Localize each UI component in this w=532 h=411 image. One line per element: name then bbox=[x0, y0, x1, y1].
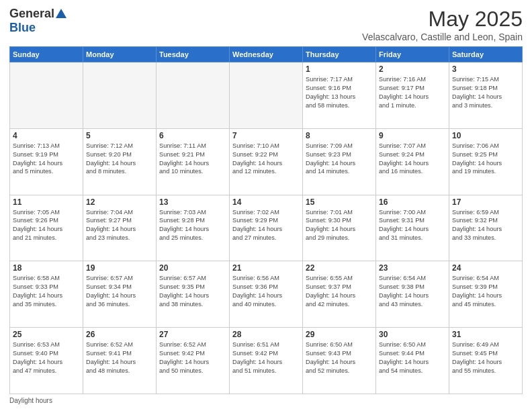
day-number: 22 bbox=[306, 263, 373, 273]
day-number: 2 bbox=[379, 64, 446, 74]
day-info: Sunrise: 7:10 AM Sunset: 9:22 PM Dayligh… bbox=[232, 142, 300, 177]
calendar-cell bbox=[157, 62, 230, 129]
day-info: Sunrise: 6:50 AM Sunset: 9:44 PM Dayligh… bbox=[379, 340, 446, 375]
header: General Blue May 2025 Velascalvaro, Cast… bbox=[9, 7, 523, 42]
calendar-cell: 2Sunrise: 7:16 AM Sunset: 9:17 PM Daylig… bbox=[376, 62, 449, 129]
day-number: 24 bbox=[452, 263, 519, 273]
calendar-weekday-saturday: Saturday bbox=[449, 47, 523, 62]
calendar-cell: 5Sunrise: 7:12 AM Sunset: 9:20 PM Daylig… bbox=[83, 128, 157, 195]
day-number: 21 bbox=[232, 263, 300, 273]
calendar-cell: 27Sunrise: 6:52 AM Sunset: 9:42 PM Dayli… bbox=[157, 328, 230, 394]
month-title: May 2025 bbox=[362, 7, 523, 32]
day-number: 3 bbox=[452, 64, 519, 74]
calendar-cell: 28Sunrise: 6:51 AM Sunset: 9:42 PM Dayli… bbox=[230, 328, 303, 394]
logo-general-text: General bbox=[9, 7, 54, 21]
calendar-cell: 21Sunrise: 6:56 AM Sunset: 9:36 PM Dayli… bbox=[230, 261, 303, 328]
day-number: 31 bbox=[452, 330, 519, 339]
day-info: Sunrise: 7:11 AM Sunset: 9:21 PM Dayligh… bbox=[159, 142, 226, 177]
day-number: 25 bbox=[13, 330, 80, 339]
day-number: 8 bbox=[306, 131, 373, 140]
calendar-cell: 23Sunrise: 6:54 AM Sunset: 9:38 PM Dayli… bbox=[376, 261, 449, 328]
day-info: Sunrise: 6:59 AM Sunset: 9:32 PM Dayligh… bbox=[452, 208, 519, 243]
day-info: Sunrise: 7:04 AM Sunset: 9:27 PM Dayligh… bbox=[86, 208, 153, 243]
day-number: 12 bbox=[86, 197, 153, 207]
day-info: Sunrise: 6:52 AM Sunset: 9:42 PM Dayligh… bbox=[159, 340, 226, 375]
logo: General Blue bbox=[9, 7, 66, 35]
day-info: Sunrise: 6:57 AM Sunset: 9:34 PM Dayligh… bbox=[86, 274, 153, 309]
calendar-weekday-friday: Friday bbox=[376, 47, 449, 62]
logo-blue-text: Blue bbox=[9, 21, 36, 35]
day-info: Sunrise: 7:09 AM Sunset: 9:23 PM Dayligh… bbox=[306, 142, 373, 177]
day-number: 15 bbox=[306, 197, 373, 207]
day-number: 30 bbox=[379, 330, 446, 339]
calendar-cell: 30Sunrise: 6:50 AM Sunset: 9:44 PM Dayli… bbox=[376, 328, 449, 394]
footer-note: Daylight hours bbox=[9, 397, 523, 404]
day-number: 6 bbox=[159, 131, 226, 140]
calendar-table: SundayMondayTuesdayWednesdayThursdayFrid… bbox=[9, 46, 523, 394]
calendar-cell bbox=[230, 62, 303, 129]
calendar-cell: 7Sunrise: 7:10 AM Sunset: 9:22 PM Daylig… bbox=[230, 128, 303, 195]
day-number: 18 bbox=[13, 263, 80, 273]
calendar-cell: 29Sunrise: 6:50 AM Sunset: 9:43 PM Dayli… bbox=[303, 328, 376, 394]
calendar-week-row: 1Sunrise: 7:17 AM Sunset: 9:16 PM Daylig… bbox=[10, 62, 523, 129]
calendar-cell: 4Sunrise: 7:13 AM Sunset: 9:19 PM Daylig… bbox=[10, 128, 83, 195]
calendar-cell: 31Sunrise: 6:49 AM Sunset: 9:45 PM Dayli… bbox=[449, 328, 523, 394]
calendar-cell: 12Sunrise: 7:04 AM Sunset: 9:27 PM Dayli… bbox=[83, 195, 157, 261]
day-number: 20 bbox=[159, 263, 226, 273]
calendar-cell bbox=[83, 62, 157, 129]
day-number: 4 bbox=[13, 131, 80, 140]
day-number: 13 bbox=[159, 197, 226, 207]
calendar-cell bbox=[10, 62, 83, 129]
day-info: Sunrise: 7:17 AM Sunset: 9:16 PM Dayligh… bbox=[306, 75, 373, 110]
page: General Blue May 2025 Velascalvaro, Cast… bbox=[0, 0, 532, 411]
calendar-cell: 9Sunrise: 7:07 AM Sunset: 9:24 PM Daylig… bbox=[376, 128, 449, 195]
calendar-cell: 16Sunrise: 7:00 AM Sunset: 9:31 PM Dayli… bbox=[376, 195, 449, 261]
location-title: Velascalvaro, Castille and Leon, Spain bbox=[362, 32, 523, 42]
day-number: 9 bbox=[379, 131, 446, 140]
day-info: Sunrise: 7:05 AM Sunset: 9:26 PM Dayligh… bbox=[13, 208, 80, 243]
day-number: 26 bbox=[86, 330, 153, 339]
calendar-cell: 25Sunrise: 6:53 AM Sunset: 9:40 PM Dayli… bbox=[10, 328, 83, 394]
day-info: Sunrise: 7:06 AM Sunset: 9:25 PM Dayligh… bbox=[452, 142, 519, 177]
day-number: 1 bbox=[306, 64, 373, 74]
calendar-weekday-monday: Monday bbox=[83, 47, 157, 62]
day-info: Sunrise: 7:03 AM Sunset: 9:28 PM Dayligh… bbox=[159, 208, 226, 243]
day-info: Sunrise: 6:55 AM Sunset: 9:37 PM Dayligh… bbox=[306, 274, 373, 309]
title-block: May 2025 Velascalvaro, Castille and Leon… bbox=[362, 7, 523, 42]
day-number: 23 bbox=[379, 263, 446, 273]
day-info: Sunrise: 7:15 AM Sunset: 9:18 PM Dayligh… bbox=[452, 75, 519, 110]
calendar-cell: 13Sunrise: 7:03 AM Sunset: 9:28 PM Dayli… bbox=[157, 195, 230, 261]
calendar-header-row: SundayMondayTuesdayWednesdayThursdayFrid… bbox=[10, 47, 523, 62]
day-number: 16 bbox=[379, 197, 446, 207]
day-number: 17 bbox=[452, 197, 519, 207]
day-info: Sunrise: 6:54 AM Sunset: 9:39 PM Dayligh… bbox=[452, 274, 519, 309]
day-info: Sunrise: 7:13 AM Sunset: 9:19 PM Dayligh… bbox=[13, 142, 80, 177]
calendar-week-row: 18Sunrise: 6:58 AM Sunset: 9:33 PM Dayli… bbox=[10, 261, 523, 328]
day-info: Sunrise: 6:58 AM Sunset: 9:33 PM Dayligh… bbox=[13, 274, 80, 309]
calendar-weekday-tuesday: Tuesday bbox=[157, 47, 230, 62]
day-number: 7 bbox=[232, 131, 300, 140]
calendar-cell: 8Sunrise: 7:09 AM Sunset: 9:23 PM Daylig… bbox=[303, 128, 376, 195]
day-info: Sunrise: 7:01 AM Sunset: 9:30 PM Dayligh… bbox=[306, 208, 373, 243]
calendar-cell: 15Sunrise: 7:01 AM Sunset: 9:30 PM Dayli… bbox=[303, 195, 376, 261]
calendar-cell: 24Sunrise: 6:54 AM Sunset: 9:39 PM Dayli… bbox=[449, 261, 523, 328]
day-info: Sunrise: 7:00 AM Sunset: 9:31 PM Dayligh… bbox=[379, 208, 446, 243]
day-info: Sunrise: 7:02 AM Sunset: 9:29 PM Dayligh… bbox=[232, 208, 300, 243]
calendar-weekday-sunday: Sunday bbox=[10, 47, 83, 62]
day-number: 27 bbox=[159, 330, 226, 339]
day-info: Sunrise: 6:56 AM Sunset: 9:36 PM Dayligh… bbox=[232, 274, 300, 309]
day-number: 11 bbox=[13, 197, 80, 207]
day-number: 10 bbox=[452, 131, 519, 140]
day-info: Sunrise: 6:50 AM Sunset: 9:43 PM Dayligh… bbox=[306, 340, 373, 375]
calendar-week-row: 11Sunrise: 7:05 AM Sunset: 9:26 PM Dayli… bbox=[10, 195, 523, 261]
day-info: Sunrise: 6:52 AM Sunset: 9:41 PM Dayligh… bbox=[86, 340, 153, 375]
day-number: 29 bbox=[306, 330, 373, 339]
calendar-cell: 1Sunrise: 7:17 AM Sunset: 9:16 PM Daylig… bbox=[303, 62, 376, 129]
day-info: Sunrise: 7:16 AM Sunset: 9:17 PM Dayligh… bbox=[379, 75, 446, 110]
day-info: Sunrise: 6:53 AM Sunset: 9:40 PM Dayligh… bbox=[13, 340, 80, 375]
day-number: 19 bbox=[86, 263, 153, 273]
day-info: Sunrise: 7:12 AM Sunset: 9:20 PM Dayligh… bbox=[86, 142, 153, 177]
day-info: Sunrise: 7:07 AM Sunset: 9:24 PM Dayligh… bbox=[379, 142, 446, 177]
calendar-cell: 6Sunrise: 7:11 AM Sunset: 9:21 PM Daylig… bbox=[157, 128, 230, 195]
calendar-cell: 17Sunrise: 6:59 AM Sunset: 9:32 PM Dayli… bbox=[449, 195, 523, 261]
